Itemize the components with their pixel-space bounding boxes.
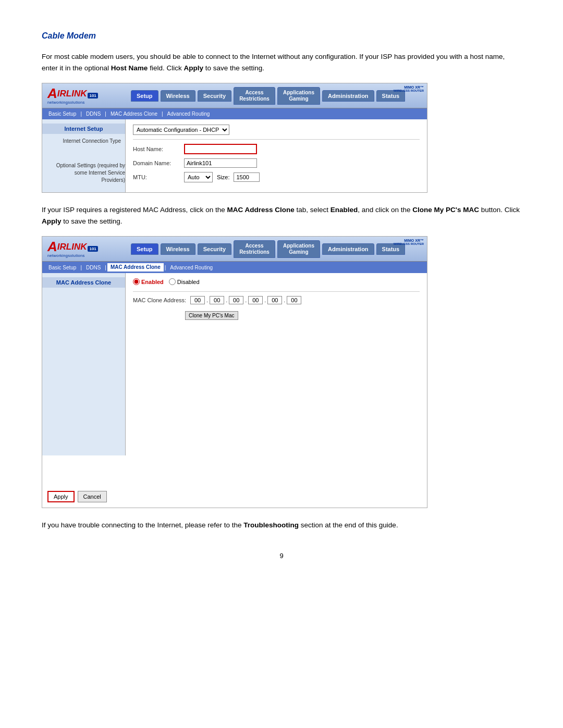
router-content-2: Enabled Disabled MAC Clone Address: . . … xyxy=(126,273,427,455)
mtu-size-input[interactable] xyxy=(234,172,260,182)
router-logo-1: A IRLINK 101 networkingsolutions xyxy=(47,87,115,105)
sidebar-internet-setup: Internet Setup xyxy=(42,124,125,134)
tab-access-restrictions-2[interactable]: AccessRestrictions xyxy=(234,240,275,258)
logo-101: 101 xyxy=(88,93,97,98)
page-title: Cable Modem xyxy=(42,31,521,41)
bottom-buttons: Apply Cancel xyxy=(42,487,427,508)
sub-nav-1: Basic Setup | DDNS | MAC Address Clone |… xyxy=(42,108,427,119)
enabled-label[interactable]: Enabled xyxy=(133,278,164,285)
logo-a-2: A xyxy=(47,240,57,253)
enabled-radio[interactable] xyxy=(133,278,140,285)
mac-field-3[interactable] xyxy=(229,296,243,304)
router-header-2: A IRLINK 101 networkingsolutions Setup W… xyxy=(42,237,427,262)
tab-wireless-1[interactable]: Wireless xyxy=(161,90,195,102)
second-paragraph: If your ISP requires a registered MAC Ad… xyxy=(42,204,521,227)
logo-networking-2: networkingsolutions xyxy=(47,253,85,258)
first-paragraph: For most cable modem users, you should b… xyxy=(42,51,521,73)
cancel-button[interactable]: Cancel xyxy=(78,491,107,502)
mtu-size-label: Size: xyxy=(217,174,229,180)
mac-clone-label: MAC Clone Address: xyxy=(133,297,186,303)
subnav-basic-setup-1[interactable]: Basic Setup xyxy=(45,110,79,118)
router-header-1: A IRLINK 101 networkingsolutions Setup W… xyxy=(42,83,427,108)
router-screenshot-1: A IRLINK 101 networkingsolutions Setup W… xyxy=(42,83,427,193)
host-name-input[interactable] xyxy=(184,144,257,154)
mac-sep-3: . xyxy=(245,297,247,303)
connection-type-select[interactable]: Automatic Configuration - DHCP xyxy=(133,125,229,135)
disabled-radio[interactable] xyxy=(169,278,176,285)
router-sidebar-2: MAC Address Clone xyxy=(42,273,126,455)
tab-applications-gaming-2[interactable]: ApplicationsGaming xyxy=(277,240,320,258)
mac-sep-5: . xyxy=(284,297,285,303)
subnav-ddns-2[interactable]: DDNS xyxy=(83,264,104,272)
disabled-label[interactable]: Disabled xyxy=(169,278,200,285)
tab-security-1[interactable]: Security xyxy=(198,90,231,102)
sidebar-connection-type: Internet Connection Type xyxy=(42,136,125,146)
tab-access-restrictions-1[interactable]: AccessRestrictions xyxy=(234,87,275,105)
mac-sep-1: . xyxy=(206,297,208,303)
logo-a: A xyxy=(47,87,57,100)
page-number: 9 xyxy=(42,552,521,560)
mac-field-1[interactable] xyxy=(190,296,205,304)
tab-wireless-2[interactable]: Wireless xyxy=(161,243,195,255)
domain-name-label: Domain Name: xyxy=(133,160,180,166)
mac-clone-row: MAC Clone Address: . . . . . xyxy=(133,296,420,304)
mac-field-2[interactable] xyxy=(210,296,224,304)
connection-type-row: Automatic Configuration - DHCP xyxy=(133,125,420,135)
subnav-mac-clone-2[interactable]: MAC Address Clone xyxy=(107,263,164,272)
mimo-badge-1: MIMO XR™ WIRELESS ROUTER xyxy=(394,85,424,92)
host-name-label: Host Name: xyxy=(133,146,180,152)
router-sidebar-1: Internet Setup Internet Connection Type … xyxy=(42,119,126,192)
tab-security-2[interactable]: Security xyxy=(198,243,231,255)
router-body-1: Internet Setup Internet Connection Type … xyxy=(42,119,427,192)
sidebar-optional-1: Optional Settings (required by xyxy=(42,162,125,169)
third-paragraph: If you have trouble connecting to the In… xyxy=(42,520,521,531)
mac-sep-2: . xyxy=(226,297,227,303)
mac-field-6[interactable] xyxy=(287,296,301,304)
host-name-row: Host Name: xyxy=(133,144,420,154)
apply-button[interactable]: Apply xyxy=(47,491,75,502)
subnav-mac-clone-1[interactable]: MAC Address Clone xyxy=(107,110,161,118)
router-logo-2: A IRLINK 101 networkingsolutions xyxy=(47,240,115,258)
mtu-mode-select[interactable]: Auto xyxy=(184,172,213,182)
router-body-2: MAC Address Clone Enabled Disabled MAC C… xyxy=(42,273,427,455)
mtu-label: MTU: xyxy=(133,174,180,180)
domain-name-input[interactable] xyxy=(184,158,257,168)
clone-my-pc-button[interactable]: Clone My PC's Mac xyxy=(185,311,238,320)
mtu-row: MTU: Auto Size: xyxy=(133,172,420,182)
tab-applications-gaming-1[interactable]: ApplicationsGaming xyxy=(277,87,320,105)
subnav-advanced-routing-1[interactable]: Advanced Routing xyxy=(164,110,213,118)
tab-setup-2[interactable]: Setup xyxy=(131,243,158,255)
sub-nav-2: Basic Setup | DDNS | MAC Address Clone |… xyxy=(42,262,427,273)
clone-btn-wrapper: Clone My PC's Mac xyxy=(185,309,420,320)
domain-name-row: Domain Name: xyxy=(133,158,420,168)
mac-field-4[interactable] xyxy=(248,296,263,304)
sidebar-optional-2: some Internet Service xyxy=(42,169,125,177)
logo-101-2: 101 xyxy=(88,246,97,252)
sidebar-mac-clone: MAC Address Clone xyxy=(42,277,125,288)
subnav-basic-setup-2[interactable]: Basic Setup xyxy=(45,264,79,272)
router-screenshot-2: A IRLINK 101 networkingsolutions Setup W… xyxy=(42,236,427,508)
sidebar-optional-3: Providers) xyxy=(42,177,125,184)
router-content-1: Automatic Configuration - DHCP Host Name… xyxy=(126,119,427,192)
subnav-ddns-1[interactable]: DDNS xyxy=(83,110,104,118)
enabled-disabled-row: Enabled Disabled xyxy=(133,278,420,285)
nav-tabs-1: Setup Wireless Security AccessRestrictio… xyxy=(131,87,422,105)
mac-fields: . . . . . xyxy=(190,296,301,304)
tab-setup-1[interactable]: Setup xyxy=(131,90,158,102)
mimo-badge-2: MIMO XR™ WIRELESS ROUTER xyxy=(394,239,424,245)
nav-tabs-2: Setup Wireless Security AccessRestrictio… xyxy=(131,240,422,258)
mac-field-5[interactable] xyxy=(267,296,282,304)
tab-administration-1[interactable]: Administration xyxy=(322,90,374,102)
subnav-advanced-routing-2[interactable]: Advanced Routing xyxy=(167,264,216,272)
mac-sep-4: . xyxy=(264,297,266,303)
logo-irlink: IRLINK xyxy=(57,89,87,98)
logo-irlink-2: IRLINK xyxy=(57,242,87,251)
tab-administration-2[interactable]: Administration xyxy=(322,243,374,255)
logo-networking: networkingsolutions xyxy=(47,100,85,105)
